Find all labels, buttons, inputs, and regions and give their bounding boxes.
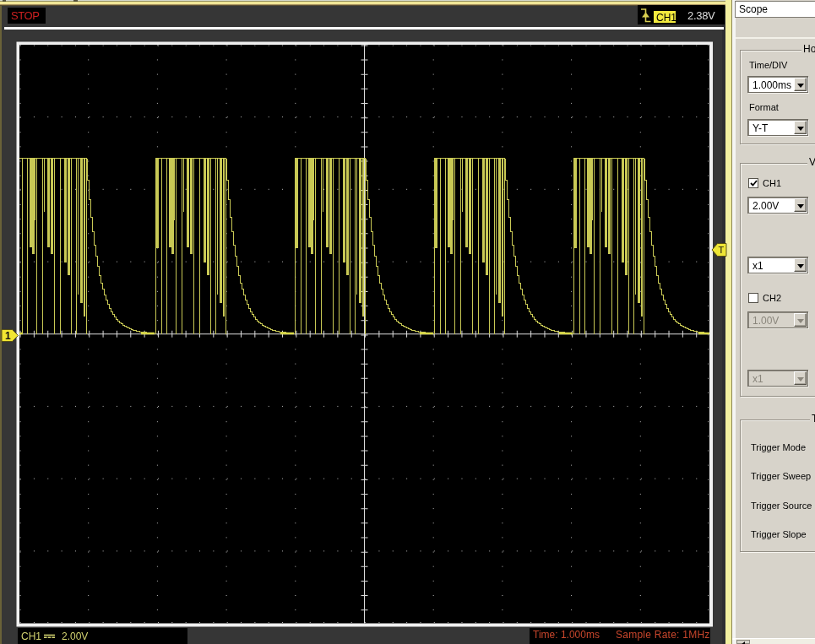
svg-text:1: 1: [5, 330, 11, 342]
svg-text:T: T: [719, 245, 725, 255]
